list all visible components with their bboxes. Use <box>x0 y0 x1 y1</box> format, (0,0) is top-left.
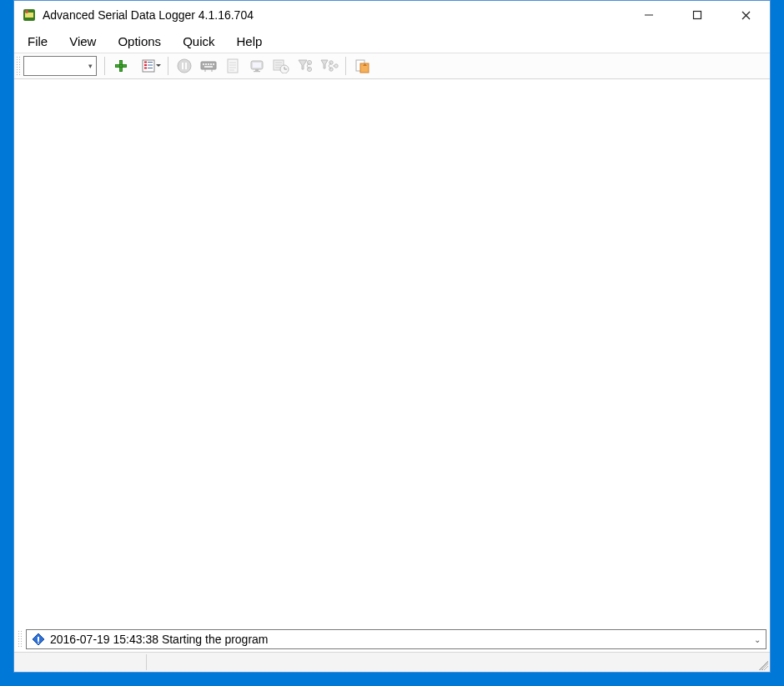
svg-marker-51 <box>321 60 328 68</box>
titlebar: Advanced Serial Data Logger 4.1.16.704 <box>14 1 770 29</box>
filter-nodes-button[interactable] <box>294 54 317 78</box>
svg-rect-21 <box>201 62 216 69</box>
plus-icon <box>113 58 128 73</box>
config-select-combo[interactable] <box>23 56 97 76</box>
info-icon <box>32 633 45 646</box>
document-icon <box>226 58 239 73</box>
menu-view[interactable]: View <box>59 32 106 51</box>
app-window: Advanced Serial Data Logger 4.1.16.704 F… <box>13 0 771 673</box>
statusbar-separator <box>146 654 147 670</box>
main-content-area <box>14 79 770 627</box>
export-icon <box>354 58 369 73</box>
monitor-button[interactable] <box>245 54 269 78</box>
svg-rect-23 <box>205 63 207 65</box>
toolbar-separator <box>168 57 168 75</box>
svg-rect-38 <box>254 71 260 72</box>
statuslog-drag-handle[interactable] <box>18 630 23 648</box>
toolbar-separator <box>104 57 105 75</box>
toolbar <box>14 53 770 79</box>
close-button[interactable] <box>721 1 770 29</box>
export-button[interactable] <box>350 54 374 78</box>
svg-rect-4 <box>694 12 701 19</box>
document-button[interactable] <box>221 54 244 78</box>
svg-rect-12 <box>144 62 147 63</box>
toolbar-separator <box>345 57 346 75</box>
toolbar-drag-handle[interactable] <box>16 56 21 76</box>
list-dropdown-button[interactable] <box>133 54 163 78</box>
status-log-bar: 2016-07-19 15:43:38 Starting the program… <box>14 627 770 652</box>
resize-grip[interactable] <box>756 658 768 670</box>
svg-point-18 <box>178 59 191 73</box>
svg-rect-22 <box>203 63 204 65</box>
keyboard-button[interactable] <box>197 54 220 78</box>
svg-rect-25 <box>210 63 212 65</box>
maximize-button[interactable] <box>673 1 721 29</box>
menubar: File View Options Quick Help <box>14 29 770 53</box>
svg-rect-36 <box>253 63 261 68</box>
svg-rect-26 <box>213 63 214 65</box>
svg-rect-61 <box>38 637 39 642</box>
app-icon <box>21 7 38 23</box>
svg-point-54 <box>334 64 338 68</box>
monitor-icon <box>249 58 264 73</box>
window-controls <box>625 1 770 29</box>
filter-chain-button[interactable] <box>318 54 341 78</box>
menu-quick[interactable]: Quick <box>173 32 224 51</box>
window-title: Advanced Serial Data Logger 4.1.16.704 <box>38 8 625 22</box>
svg-rect-19 <box>182 63 183 69</box>
menu-file[interactable]: File <box>18 32 58 51</box>
minimize-button[interactable] <box>625 1 673 29</box>
svg-rect-62 <box>38 643 39 643</box>
svg-rect-20 <box>185 63 187 69</box>
clock-settings-icon <box>273 58 289 73</box>
svg-rect-37 <box>255 69 259 71</box>
svg-rect-30 <box>228 59 238 73</box>
svg-point-2 <box>25 10 28 13</box>
scheduler-button[interactable] <box>269 54 293 78</box>
menu-options[interactable]: Options <box>108 32 171 51</box>
statusbar <box>14 652 770 672</box>
svg-rect-27 <box>204 66 213 68</box>
pause-icon <box>177 58 192 73</box>
filter-chain-icon <box>320 58 339 73</box>
pause-button[interactable] <box>173 54 196 78</box>
svg-marker-46 <box>299 60 307 69</box>
status-log-combo[interactable]: 2016-07-19 15:43:38 Starting the program… <box>26 629 766 649</box>
filter-nodes-icon <box>297 58 314 73</box>
menu-help[interactable]: Help <box>226 32 272 51</box>
svg-rect-24 <box>208 63 209 65</box>
status-log-text: 2016-07-19 15:43:38 Starting the program <box>50 633 269 646</box>
svg-rect-16 <box>144 68 147 69</box>
chevron-down-icon: ⌄ <box>754 635 761 644</box>
svg-rect-14 <box>144 64 147 66</box>
keyboard-icon <box>200 58 217 73</box>
list-icon <box>141 58 156 73</box>
add-button[interactable] <box>109 54 133 78</box>
